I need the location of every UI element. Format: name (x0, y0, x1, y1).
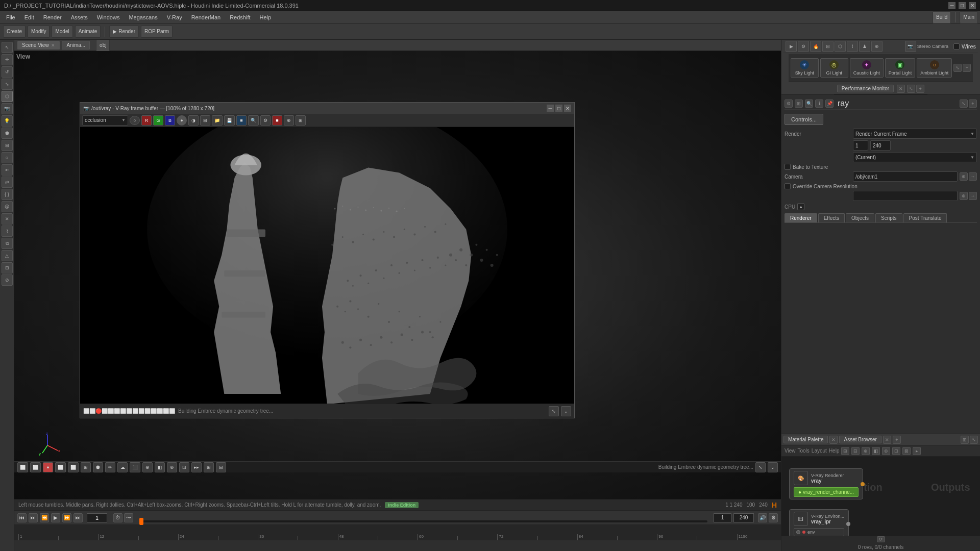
light-tool[interactable]: 💡 (2, 115, 13, 127)
rt-icon-fem[interactable]: ⬡ (835, 41, 846, 52)
rw-collapse-btn[interactable]: ⌄ (561, 406, 571, 416)
render-window-controls[interactable]: ─ □ ✕ (547, 105, 571, 112)
menu-renderman[interactable]: RenderMan (187, 13, 225, 21)
vp-btn-5[interactable]: ⬜ (68, 462, 79, 472)
cpu-toggle[interactable]: ▲ (797, 203, 804, 210)
switch-tool[interactable]: ⇄ (2, 177, 13, 188)
realtime-toggle[interactable]: ⏱ (113, 513, 122, 522)
rp-new-right[interactable]: + (969, 99, 977, 108)
render-button[interactable]: ▶ Render (109, 26, 139, 38)
asset-close-btn[interactable]: ✕ (883, 436, 891, 444)
mat-expand-btn[interactable]: ⤡ (970, 436, 978, 444)
viewport[interactable]: View 📷 /out/vray - V-Ray frame buffer — … (14, 51, 781, 499)
node-tool-1[interactable]: ⊞ (841, 447, 849, 455)
frame-end-input[interactable] (733, 513, 754, 522)
delete-tool[interactable]: ✕ (2, 213, 13, 224)
frame-start-input[interactable] (714, 513, 731, 522)
attribute-tool[interactable]: @ (2, 201, 13, 212)
menu-help[interactable]: Help (256, 13, 276, 21)
vp-btn-16[interactable]: ⊟ (216, 462, 226, 472)
obj-path[interactable]: obj (96, 40, 110, 52)
copy-tool[interactable]: ⧉ (2, 238, 13, 249)
vp-btn-7[interactable]: ⬟ (93, 462, 103, 472)
rt-icon-crowds[interactable]: ♟ (859, 41, 870, 52)
rp-network-icon[interactable]: ⊞ (795, 99, 803, 108)
cache-tool[interactable]: ⊘ (2, 274, 13, 286)
perf-monitor-tab[interactable]: Performance Monitor (837, 85, 894, 92)
rw-btn-zoom[interactable]: 🔍 (248, 115, 259, 126)
timeline-playhead[interactable] (139, 518, 143, 525)
geo-tool[interactable]: ⬟ (2, 128, 13, 139)
node-tool-5[interactable]: ⊛ (882, 447, 890, 455)
rw-close[interactable]: ✕ (564, 105, 571, 112)
output-jump-btn[interactable]: → (969, 192, 977, 200)
maximize-button[interactable]: □ (959, 2, 966, 9)
perf-close-btn[interactable]: ✕ (897, 85, 905, 93)
go-end-button-2[interactable]: ⏭ (74, 513, 83, 522)
rp-pin-icon[interactable]: 📌 (825, 99, 834, 108)
rotate-tool[interactable]: ↺ (2, 66, 13, 78)
menu-file[interactable]: File (2, 13, 19, 21)
handle-tool[interactable]: ⬡ (2, 91, 13, 102)
close-button[interactable]: ✕ (969, 2, 976, 9)
rt-icon-render[interactable]: ▶ (786, 41, 797, 52)
vp-btn-2[interactable]: ⬜ (30, 462, 41, 472)
vp-btn-13[interactable]: ⊛ (167, 462, 177, 472)
camera-tool[interactable]: 📷 (2, 103, 13, 114)
vp-btn-frame-all[interactable]: ▸▸ (191, 462, 202, 472)
vray-renderer-node[interactable]: 🎨 V-Ray Renderer vray ● vray_render_chan… (789, 468, 863, 499)
render-window[interactable]: 📷 /out/vray - V-Ray frame buffer — [100%… (80, 102, 575, 418)
prev-frame-button[interactable]: ⏪ (40, 513, 49, 522)
go-end-button[interactable]: ⏭ (29, 513, 38, 522)
frame-start-field[interactable] (853, 140, 868, 151)
rp-expand-right[interactable]: ⤡ (960, 99, 968, 108)
renderer-tab-post-translate[interactable]: Post Translate (903, 213, 947, 222)
vp-btn-12[interactable]: ◧ (155, 462, 165, 472)
vp-btn-10[interactable]: ⬛ (130, 462, 140, 472)
frame-type-dropdown[interactable]: (Current) ▼ (853, 152, 977, 162)
scene-view-tab-close[interactable]: ✕ (51, 43, 55, 48)
vp-btn-11[interactable]: ⊕ (142, 462, 153, 472)
vp-btn-1[interactable]: ⬜ (17, 462, 28, 472)
env-output-btn[interactable]: env (794, 528, 844, 536)
rw-maximize[interactable]: □ (555, 105, 562, 112)
camera-jump-btn[interactable]: → (969, 172, 977, 181)
vp-btn-9[interactable]: ☁ (117, 462, 128, 472)
animate-button[interactable]: Animate (75, 26, 101, 38)
null-tool[interactable]: ○ (2, 152, 13, 163)
rw-btn-grid[interactable]: ⊞ (296, 115, 306, 126)
renderer-tab-effects[interactable]: Effects (818, 213, 845, 222)
transform-tool[interactable]: ✛ (2, 54, 13, 65)
vp-btn-3[interactable]: ● (43, 462, 53, 472)
wires-checkbox[interactable] (953, 43, 960, 49)
rp-top-expand[interactable]: ⤡ (907, 85, 915, 93)
sky-light-tab[interactable]: ☀ Sky Light (791, 58, 819, 78)
rest-tool[interactable]: ⊟ (2, 262, 13, 273)
vp-btn-15[interactable]: ⊞ (204, 462, 214, 472)
menu-edit[interactable]: Edit (20, 13, 38, 21)
wrangle-tool[interactable]: { } (2, 189, 13, 200)
anima-tab[interactable]: Anima... (62, 41, 90, 49)
menu-redshift[interactable]: Redshift (226, 13, 254, 21)
rw-minimize[interactable]: ─ (547, 105, 554, 112)
node-area[interactable]: View Tools Layout Help ⊞ ⊟ ⊕ ◧ ⊛ ⊡ ⊠ ▸ (781, 445, 980, 536)
rt-icon-settings[interactable]: ⚙ (798, 41, 809, 52)
camera-input[interactable] (853, 171, 958, 182)
vp-btn-6[interactable]: ⊞ (81, 462, 91, 472)
caustic-light-tab[interactable]: ✦ Caustic Light (850, 58, 884, 78)
rt-icon-drivers[interactable]: ⊕ (871, 41, 883, 52)
rp-settings-icon[interactable]: ⚙ (785, 99, 793, 108)
vp-collapse-btn[interactable]: ⌄ (768, 462, 778, 472)
gi-light-tab[interactable]: ◎ GI Light (820, 58, 848, 78)
menu-vray[interactable]: V-Ray (163, 13, 186, 21)
current-frame-input[interactable] (87, 513, 107, 522)
node-tool-2[interactable]: ⊟ (851, 447, 860, 455)
mat-new-tab-btn[interactable]: + (893, 436, 901, 444)
rop-parm-button[interactable]: ROP Parm (141, 26, 173, 38)
vp-btn-4[interactable]: ⬜ (55, 462, 66, 472)
model-button[interactable]: Model (52, 26, 72, 38)
rw-btn-half[interactable]: ◑ (188, 115, 199, 126)
output-pick-btn[interactable]: ⊕ (960, 192, 968, 200)
auto-update-icon[interactable]: ⟳ (877, 536, 885, 542)
controls-button[interactable]: Controls... (785, 114, 823, 125)
